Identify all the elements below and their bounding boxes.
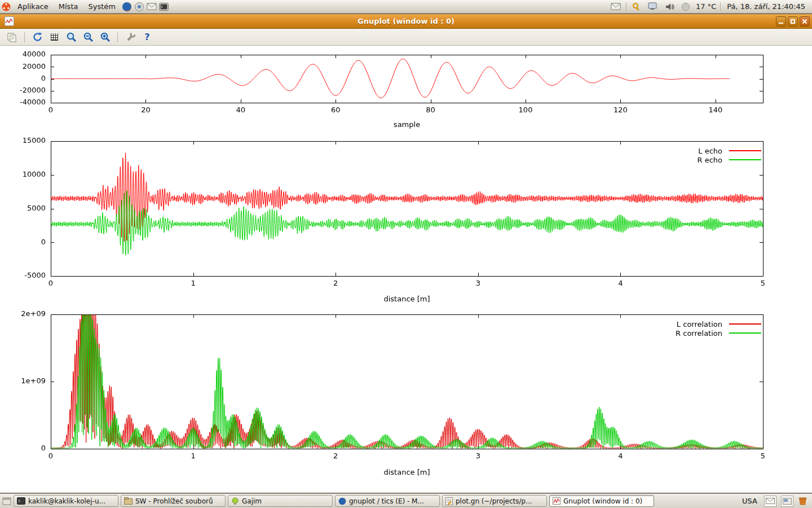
distro-menu-icon[interactable]: [0, 1, 12, 13]
taskbar-button-label: Gajim: [242, 497, 262, 505]
settings-wrench-icon[interactable]: [124, 31, 136, 43]
window-list-icon[interactable]: [2, 497, 11, 505]
panel-separator: [626, 2, 626, 11]
app-launcher-icon[interactable]: [133, 1, 145, 13]
text-editor-icon: [445, 497, 453, 505]
taskbar-tray: USA: [740, 496, 810, 507]
zoom-out-icon[interactable]: [82, 31, 94, 43]
taskbar-button-label: kaklik@kaklik-kolej-u...: [28, 497, 105, 505]
workspace-tray-icon[interactable]: [781, 496, 793, 507]
panel-tray: 17 °C Pá, 18. září, 21:40:45: [610, 0, 812, 13]
taskbar-button-file-manager[interactable]: SW - Prohlížeč souborů: [121, 495, 226, 507]
terminal-icon: [17, 497, 25, 505]
taskbar-button-gajim[interactable]: Gajim: [228, 495, 333, 507]
legend-label: L correlation: [677, 320, 722, 329]
taskbar-button-text-editor[interactable]: plot.gn (~/projects/p...: [442, 495, 547, 507]
keyboard-layout-indicator[interactable]: USA: [740, 497, 760, 505]
legend-label: R echo: [697, 156, 722, 164]
chart3-legend: L correlation R correlation: [676, 319, 761, 338]
copy-to-clipboard-icon[interactable]: [6, 31, 18, 43]
replot-icon[interactable]: [31, 31, 43, 43]
legend-line: [729, 332, 761, 334]
file-manager-icon: [124, 497, 133, 505]
panel-separator: [720, 2, 721, 11]
chart2-xlabel: distance [m]: [51, 295, 763, 303]
firefox-launcher-icon[interactable]: [121, 1, 133, 13]
legend-item: R echo: [697, 155, 761, 164]
taskbar-button-label: gnuplot / tics (E) - M...: [349, 497, 424, 505]
maximize-button[interactable]: [788, 16, 798, 27]
firefox-icon: [338, 497, 346, 505]
legend-label: R correlation: [676, 329, 722, 338]
gnuplot-toolbar: ?: [0, 29, 812, 46]
legend-item: L correlation: [676, 319, 761, 329]
gnuplot-window-icon: [5, 16, 14, 26]
toolbar-separator: [24, 32, 25, 42]
weather-icon[interactable]: [679, 1, 692, 13]
legend-label: L echo: [698, 147, 722, 155]
taskbar-button-label: plot.gn (~/projects/p...: [456, 497, 532, 505]
gnuplot-window: Gnuplot (window id : 0): [0, 14, 812, 493]
chart3-xlabel: distance [m]: [51, 468, 763, 476]
toolbar-separator: [117, 32, 118, 42]
help-icon[interactable]: ?: [141, 31, 153, 43]
bottom-taskbar: kaklik@kaklik-kolej-u... SW - Prohlížeč …: [0, 493, 812, 508]
legend-item: L echo: [697, 146, 761, 155]
volume-icon[interactable]: [663, 1, 676, 13]
minimize-button[interactable]: [776, 16, 786, 27]
gnome-top-panel: Aplikace Místa Systém: [0, 0, 812, 14]
taskbar-button-label: SW - Prohlížeč souborů: [135, 497, 213, 505]
zoom-previous-icon[interactable]: [65, 31, 77, 43]
plots-canvas[interactable]: [0, 46, 812, 493]
chart2-legend: L echo R echo: [697, 146, 761, 164]
taskbar-button-firefox[interactable]: gnuplot / tics (E) - M...: [335, 495, 440, 507]
display-icon[interactable]: [647, 1, 659, 13]
chart1-xlabel: sample: [51, 120, 763, 129]
tray-mail-icon[interactable]: [610, 1, 622, 13]
menu-applications[interactable]: Aplikace: [12, 0, 54, 14]
toggle-grid-icon[interactable]: [48, 31, 60, 43]
window-title: Gnuplot (window id : 0): [0, 17, 812, 25]
panel-left: Aplikace Místa Systém: [0, 0, 170, 13]
legend-line: [729, 159, 761, 160]
taskbar-button-gnuplot[interactable]: Gnuplot (window id : 0): [549, 495, 654, 507]
gnuplot-icon: [553, 497, 561, 505]
taskbar-button-terminal[interactable]: kaklik@kaklik-kolej-u...: [14, 495, 118, 507]
mail-tray-icon[interactable]: [764, 496, 776, 507]
close-button[interactable]: [800, 16, 810, 27]
keyring-icon[interactable]: [630, 1, 643, 13]
trash-icon[interactable]: [798, 496, 807, 506]
menu-places[interactable]: Místa: [54, 0, 83, 14]
legend-item: R correlation: [676, 329, 761, 338]
clock[interactable]: Pá, 18. září, 21:40:45: [725, 2, 807, 11]
window-controls: [776, 16, 810, 27]
titlebar[interactable]: Gnuplot (window id : 0): [0, 14, 812, 29]
taskbar-button-label: Gnuplot (window id : 0): [563, 497, 642, 505]
desktop: Aplikace Místa Systém: [0, 0, 812, 508]
zoom-in-icon[interactable]: [99, 31, 111, 43]
legend-line: [729, 323, 761, 325]
gajim-icon: [231, 497, 239, 505]
terminal-launcher-icon[interactable]: [158, 1, 170, 13]
menu-system[interactable]: Systém: [83, 0, 120, 14]
temperature-readout[interactable]: 17 °C: [696, 2, 716, 11]
plot-area: sample distance [m] distance [m] L echo …: [0, 46, 812, 493]
legend-line: [729, 150, 761, 151]
mail-launcher-icon[interactable]: [145, 1, 158, 13]
